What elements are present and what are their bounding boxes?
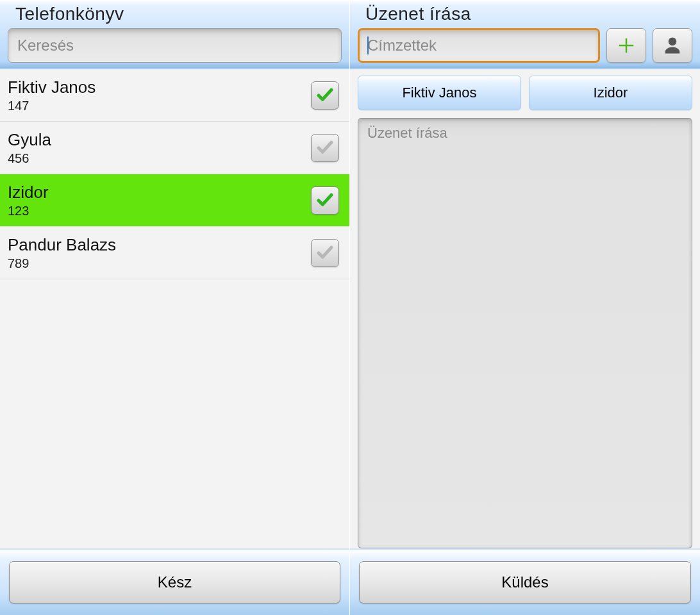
search-placeholder: Keresés [17, 37, 74, 54]
done-button[interactable]: Kész [9, 561, 340, 603]
text-caret [367, 37, 369, 54]
search-input[interactable]: Keresés [8, 28, 342, 63]
send-button-label: Küldés [501, 573, 548, 591]
compose-footer: Küldés [350, 548, 700, 615]
recipient-chip[interactable]: Fiktiv Janos [358, 76, 521, 110]
contact-row[interactable]: Gyula456 [0, 122, 349, 174]
contact-number: 789 [8, 256, 311, 271]
phonebook-title: Telefonkönyv [0, 0, 349, 28]
contact-info: Izidor123 [8, 183, 311, 218]
recipients-placeholder: Címzettek [367, 37, 437, 54]
message-placeholder: Üzenet írása [367, 125, 447, 141]
contact-number: 123 [8, 204, 311, 218]
recipient-chip-label: Izidor [594, 85, 628, 101]
check-icon [315, 243, 335, 263]
phonebook-pane: Telefonkönyv Keresés Fiktiv Janos147Gyul… [0, 0, 350, 615]
check-icon [315, 86, 335, 105]
contact-checkbox[interactable] [311, 239, 339, 267]
contact-number: 456 [8, 151, 311, 166]
contact-checkbox[interactable] [311, 81, 339, 110]
plus-icon [617, 36, 636, 55]
phonebook-footer: Kész [0, 548, 349, 615]
compose-title: Üzenet írása [350, 0, 700, 28]
contact-checkbox[interactable] [311, 186, 339, 215]
done-button-label: Kész [158, 573, 192, 591]
contact-name: Gyula [8, 131, 311, 150]
compose-pane: Üzenet írása Címzettek Fiktiv [350, 0, 700, 615]
recipient-chips: Fiktiv JanosIzidor [350, 69, 700, 113]
contact-name: Izidor [8, 183, 311, 202]
contact-row[interactable]: Pandur Balazs789 [0, 227, 349, 279]
check-icon [315, 191, 335, 210]
compose-header: Üzenet írása Címzettek [350, 0, 700, 69]
contact-number: 147 [8, 99, 311, 113]
contact-list[interactable]: Fiktiv Janos147Gyula456Izidor123Pandur B… [0, 69, 349, 548]
contact-info: Fiktiv Janos147 [8, 78, 311, 113]
pick-contact-button[interactable] [653, 28, 692, 63]
message-input[interactable]: Üzenet írása [358, 118, 692, 548]
recipient-chip[interactable]: Izidor [529, 76, 692, 110]
recipient-chip-label: Fiktiv Janos [402, 85, 476, 101]
contact-info: Pandur Balazs789 [8, 236, 311, 271]
add-recipient-button[interactable] [606, 28, 646, 63]
person-icon [663, 36, 682, 55]
check-icon [315, 138, 335, 158]
phonebook-header: Telefonkönyv Keresés [0, 0, 349, 69]
contact-row[interactable]: Fiktiv Janos147 [0, 69, 349, 122]
contact-checkbox[interactable] [311, 134, 339, 162]
contact-name: Pandur Balazs [8, 236, 311, 255]
contact-name: Fiktiv Janos [8, 78, 311, 97]
recipients-input[interactable]: Címzettek [358, 28, 600, 63]
contact-row[interactable]: Izidor123 [0, 174, 349, 227]
send-button[interactable]: Küldés [359, 561, 691, 603]
contact-info: Gyula456 [8, 131, 311, 166]
